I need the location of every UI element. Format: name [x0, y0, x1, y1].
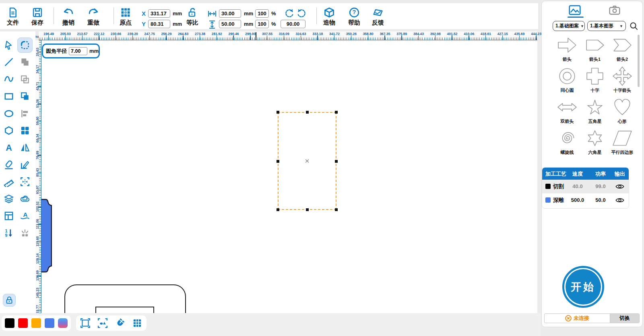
layer-color-swatch[interactable]	[545, 197, 551, 203]
magnet-icon[interactable]	[114, 317, 126, 329]
rotate-ccw-button[interactable]	[284, 8, 295, 19]
curve-tool[interactable]	[1, 72, 17, 87]
rounded-rect-tool[interactable]	[17, 37, 33, 53]
width-input[interactable]	[219, 9, 241, 18]
shape-item-parallelogram[interactable]	[611, 128, 634, 149]
layer-color-swatch[interactable]	[545, 184, 551, 189]
speed-value[interactable]: 500.0	[568, 197, 588, 203]
color-swatch-3[interactable]	[31, 318, 41, 328]
color-swatch-1[interactable]	[5, 318, 14, 328]
rect-tool[interactable]	[1, 89, 17, 104]
array-tool[interactable]	[17, 174, 33, 189]
rotation-input[interactable]	[281, 20, 305, 28]
feedback-button[interactable]: 反馈	[372, 7, 384, 27]
selection-handle-e[interactable]	[335, 160, 338, 163]
line-tool[interactable]	[1, 54, 17, 70]
connection-status[interactable]: 未连接	[545, 314, 610, 323]
select-arrow-icon	[4, 40, 14, 50]
selection-handle-se[interactable]	[335, 208, 338, 211]
shape-item-star-5[interactable]	[584, 97, 606, 118]
color-swatch-5[interactable]	[58, 318, 68, 328]
origin-button[interactable]: 原点	[120, 7, 132, 27]
process-row[interactable]: 深雕500.050.0	[542, 193, 629, 207]
text-tool[interactable]: A	[1, 140, 17, 155]
corner-radius-input[interactable]	[69, 47, 87, 55]
eye-icon[interactable]	[615, 183, 624, 190]
width-percent-input[interactable]	[255, 9, 269, 18]
shape-item-concentric-circles[interactable]	[556, 66, 578, 87]
help-button[interactable]: ? 帮助	[348, 7, 360, 27]
create-button[interactable]: 造物	[323, 7, 335, 27]
frame-icon[interactable]	[79, 317, 91, 329]
y-position-input[interactable]	[148, 20, 170, 28]
speed-value[interactable]: 40.0	[568, 183, 588, 189]
canvas[interactable]: ✕ 圆角半径 mm	[41, 40, 537, 313]
start-button[interactable]: 开始	[562, 266, 604, 308]
undo-button[interactable]: 撤销	[62, 7, 74, 27]
selection-handle-sw[interactable]	[277, 208, 279, 211]
ruler-label: 307.55	[258, 32, 276, 36]
table-tool[interactable]	[1, 208, 17, 224]
mirror-tool[interactable]	[17, 140, 33, 155]
selection-handle-s[interactable]	[306, 208, 309, 211]
switch-device-button[interactable]: 切换	[610, 314, 639, 323]
power-value[interactable]: 50.0	[590, 197, 611, 203]
polygon-tool[interactable]	[1, 123, 17, 138]
shape-item-cross-arrows[interactable]	[611, 66, 634, 87]
x-position-input[interactable]	[148, 9, 170, 18]
subcategory-dropdown[interactable]: 1.基本图形▼	[587, 21, 626, 31]
eraser-tool[interactable]	[1, 157, 17, 172]
save-button[interactable]: 保存	[31, 7, 43, 27]
intersect-tool[interactable]	[17, 89, 33, 104]
shape-item-cross[interactable]	[584, 66, 606, 87]
power-value[interactable]: 99.0	[590, 183, 611, 189]
select-arrow[interactable]	[1, 37, 17, 53]
ellipse-tool[interactable]	[1, 106, 17, 121]
shape-item-arrow-chevron[interactable]	[611, 35, 634, 56]
shape-item-arrow-right[interactable]	[556, 35, 578, 56]
fit-selection-icon[interactable]	[97, 317, 109, 329]
node-edit-tool[interactable]	[17, 157, 33, 172]
grid-icon[interactable]	[131, 317, 143, 329]
selection-handle-n[interactable]	[306, 111, 309, 114]
redo-button[interactable]: 重做	[87, 7, 99, 27]
shape-item-double-arrow[interactable]	[556, 97, 578, 118]
shape-item-star-6[interactable]	[584, 128, 606, 149]
align-tool[interactable]	[17, 106, 33, 121]
selection-handle-ne[interactable]	[335, 111, 338, 114]
tab-gallery[interactable]	[569, 5, 581, 15]
color-swatch-2[interactable]	[18, 318, 28, 328]
offset-tool[interactable]	[17, 191, 33, 207]
file-button[interactable]: 文件	[7, 7, 19, 27]
height-percent-input[interactable]	[255, 20, 269, 28]
ruler-label: 213.57	[74, 32, 91, 36]
selection-bounding-box[interactable]: ✕	[278, 112, 336, 210]
color-swatch-4[interactable]	[45, 318, 54, 328]
group-tool[interactable]	[17, 123, 33, 138]
process-row[interactable]: 切割40.099.0	[542, 180, 629, 193]
shape-item-spiral[interactable]	[556, 128, 578, 149]
sort-tool[interactable]: 19	[1, 225, 17, 241]
blue-tab-shape[interactable]	[41, 198, 52, 273]
union-tool[interactable]	[17, 54, 33, 70]
lock-button[interactable]	[3, 294, 16, 307]
shapes-scrollbar[interactable]	[638, 35, 640, 87]
layers-tool[interactable]	[1, 191, 17, 207]
lock-ratio-button[interactable]: 等比	[186, 7, 198, 27]
height-input[interactable]	[219, 20, 241, 28]
eye-icon[interactable]	[615, 197, 624, 203]
explode-tool[interactable]	[17, 225, 33, 241]
search-icon[interactable]	[629, 21, 638, 31]
inner-rectangle-shape[interactable]	[95, 307, 154, 313]
selection-handle-nw[interactable]	[277, 111, 279, 114]
subtract-tool[interactable]	[17, 72, 33, 87]
text-path-tool[interactable]: A	[17, 208, 33, 224]
shape-item-heart[interactable]	[611, 97, 634, 118]
selection-handle-w[interactable]	[277, 160, 279, 163]
tab-camera[interactable]	[609, 5, 620, 15]
rotate-cw-button[interactable]	[296, 8, 307, 19]
shape-item-arrow-pentagon[interactable]	[584, 35, 606, 56]
ruler-tool[interactable]	[1, 174, 17, 189]
ruler-label: 34.17	[35, 61, 39, 77]
category-dropdown[interactable]: 1.基础图案▼	[553, 21, 585, 31]
